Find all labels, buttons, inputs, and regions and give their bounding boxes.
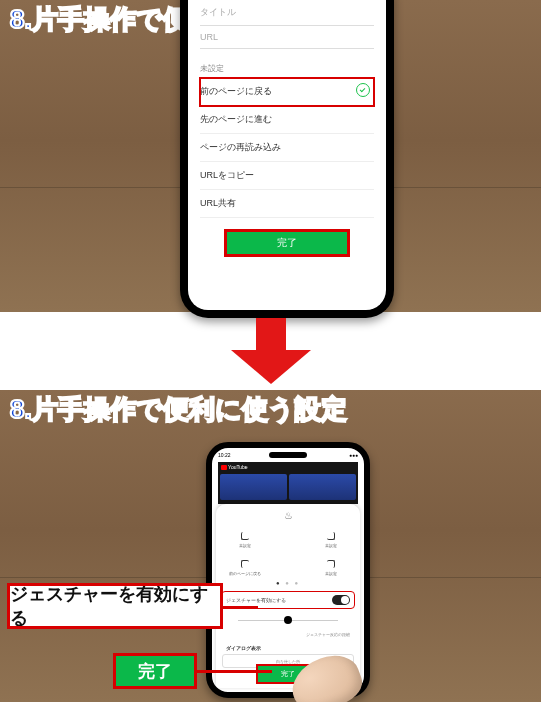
toggle-switch[interactable] xyxy=(332,595,350,605)
page-dots: ● ● ● xyxy=(276,580,300,586)
leader-line-done xyxy=(194,670,272,673)
panel-step-before: 8.片手操作で便利に使う設定 タイトル URL 未設定 前のページに戻る 先のペ… xyxy=(0,0,541,312)
gesture-top-center xyxy=(269,526,308,550)
arrow-tl-icon xyxy=(238,529,252,543)
arrow-bl-icon xyxy=(238,557,252,571)
option-label: 前のページに戻る xyxy=(200,86,272,96)
gesture-bottom-center xyxy=(269,554,308,578)
arrow-tr-icon xyxy=(324,529,338,543)
gesture-option-list: 前のページに戻る 先のページに進む ページの再読み込み URLをコピー URL共… xyxy=(200,78,374,218)
youtube-background: YouTube xyxy=(218,462,358,504)
check-icon xyxy=(356,83,370,97)
toggle-label: ジェスチャーを有効にする xyxy=(226,597,286,603)
phone-top: タイトル URL 未設定 前のページに戻る 先のページに進む ページの再読み込み… xyxy=(180,0,394,318)
down-arrow-icon xyxy=(228,312,314,390)
done-button-top[interactable]: 完了 xyxy=(227,232,347,254)
callout-done: 完了 xyxy=(116,656,194,686)
panel-step-after: 8.片手操作で便利に使う設定 10:22 ●●● YouTube ♨ 未設定 未… xyxy=(0,390,541,702)
heading-bottom: 8.片手操作で便利に使う設定 xyxy=(10,392,347,427)
status-bar: 10:22 ●●● xyxy=(218,452,358,458)
youtube-thumbnails xyxy=(220,474,356,500)
arrow-br-icon xyxy=(324,557,338,571)
flame-icon: ♨ xyxy=(284,510,293,521)
youtube-play-icon xyxy=(221,465,227,470)
gesture-top-right[interactable]: 未設定 xyxy=(311,526,350,550)
youtube-label: YouTube xyxy=(228,464,248,470)
gesture-grid: 未設定 未設定 前のページに戻る 未設定 xyxy=(226,526,350,578)
option-reload[interactable]: ページの再読み込み xyxy=(200,134,374,162)
field-title[interactable]: タイトル xyxy=(200,0,374,26)
leader-line-gesture xyxy=(220,606,258,609)
field-url[interactable]: URL xyxy=(200,26,374,49)
option-back[interactable]: 前のページに戻る xyxy=(200,78,374,106)
option-copy-url[interactable]: URLをコピー xyxy=(200,162,374,190)
option-share-url[interactable]: URL共有 xyxy=(200,190,374,218)
gesture-bottom-right[interactable]: 未設定 xyxy=(311,554,350,578)
gesture-bottom-left[interactable]: 前のページに戻る xyxy=(226,554,265,578)
section-unset: 未設定 xyxy=(200,63,374,74)
option-forward[interactable]: 先のページに進む xyxy=(200,106,374,134)
gesture-top-left[interactable]: 未設定 xyxy=(226,526,265,550)
status-time: 10:22 xyxy=(218,452,231,458)
callout-enable-gesture: ジェスチャーを有効にする xyxy=(10,586,220,626)
slider-thumb[interactable] xyxy=(284,616,292,624)
